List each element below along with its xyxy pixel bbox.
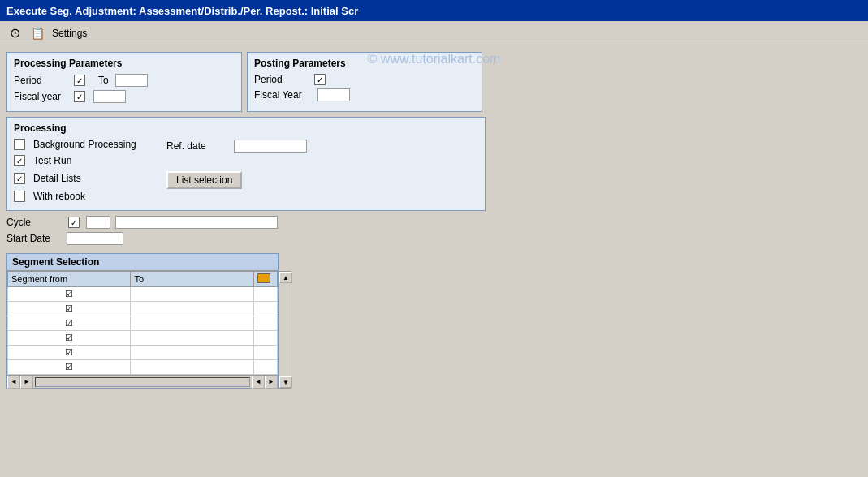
period-label: Period (14, 75, 71, 86)
test-run-label: Test Run (33, 155, 71, 166)
cycle-input-small[interactable] (86, 216, 110, 229)
col-segment-from: Segment from (8, 272, 131, 287)
scroll-down-btn[interactable]: ▼ (279, 376, 292, 388)
table-row: ☑ (8, 302, 278, 316)
segment-from-value-4[interactable] (131, 346, 253, 360)
scroll-up-btn[interactable]: ▲ (279, 272, 292, 283)
cycle-label: Cycle (6, 217, 63, 228)
table-row: ☑ (8, 346, 278, 360)
ref-date-label: Ref. date (166, 140, 206, 152)
segment-checkbox-5[interactable]: ☑ (8, 360, 131, 375)
with-rebook-label: With rebook (33, 191, 85, 202)
test-run-checkbox[interactable]: ✓ (14, 155, 25, 166)
table-row: ☑ (8, 331, 278, 346)
cycle-checkbox[interactable]: ✓ (68, 217, 80, 228)
segment-to-value-0[interactable] (253, 287, 277, 302)
cycle-input-large[interactable] (115, 216, 278, 229)
segment-from-value-2[interactable] (131, 316, 253, 331)
detail-lists-checkbox[interactable]: ✓ (14, 173, 25, 184)
processing-params-title: Processing Parameters (14, 58, 235, 69)
segment-to-value-1[interactable] (253, 302, 277, 316)
segment-from-value-0[interactable] (131, 287, 253, 302)
segment-from-value-1[interactable] (131, 302, 253, 316)
segment-to-value-2[interactable] (253, 316, 277, 331)
settings-label[interactable]: Settings (52, 28, 87, 39)
scroll-right2[interactable]: ► (265, 376, 278, 389)
toolbar: ⊙ 📋 Settings © www.tutorialkart.com (0, 21, 868, 45)
period-to-input[interactable] (115, 74, 148, 87)
vertical-scrollbar: ▲ ▼ (279, 271, 291, 389)
table-row: ☑ (8, 360, 278, 375)
posting-fiscal-year-input[interactable] (317, 88, 350, 101)
segment-from-value-3[interactable] (131, 331, 253, 346)
segment-from-value-5[interactable] (131, 360, 253, 375)
posting-params-title: Posting Parameters (254, 58, 475, 69)
to-label: To (98, 75, 109, 86)
posting-fiscal-year-label: Fiscal Year (254, 89, 311, 101)
background-processing-checkbox[interactable] (14, 139, 25, 150)
scroll-left-btn[interactable]: ◄ (7, 376, 20, 389)
segment-checkbox-4[interactable]: ☑ (8, 346, 131, 360)
background-processing-label: Background Processing (33, 139, 136, 150)
fiscal-year-input[interactable] (93, 90, 126, 103)
posting-params-section: Posting Parameters Period ✓ Fiscal Year (247, 52, 482, 112)
posting-period-checkbox[interactable]: ✓ (314, 74, 326, 85)
col-icon-header (253, 272, 277, 287)
segment-to-value-5[interactable] (253, 360, 277, 375)
segment-checkbox-2[interactable]: ☑ (8, 316, 131, 331)
title-bar: Execute Seg. Adjustment: Assessment/Dist… (0, 0, 868, 21)
start-date-label: Start Date (6, 233, 63, 244)
scroll-track (279, 283, 291, 376)
scroll-left2[interactable]: ◄ (252, 376, 265, 389)
posting-period-label: Period (254, 74, 311, 85)
detail-lists-label: Detail Lists (33, 173, 81, 184)
fiscal-year-label: Fiscal year (14, 91, 71, 102)
period-checkbox[interactable]: ✓ (74, 75, 85, 86)
fiscal-year-checkbox[interactable]: ✓ (74, 91, 85, 102)
table-row: ☑ (8, 316, 278, 331)
segment-checkbox-0[interactable]: ☑ (8, 287, 131, 302)
list-selection-button[interactable]: List selection (166, 171, 242, 189)
segment-checkbox-3[interactable]: ☑ (8, 331, 131, 346)
h-scroll-track[interactable] (35, 377, 250, 387)
segment-to-value-3[interactable] (253, 331, 277, 346)
segment-selection-title: Segment Selection (7, 254, 278, 271)
scroll-right-prev[interactable]: ► (20, 376, 33, 389)
segment-checkbox-1[interactable]: ☑ (8, 302, 131, 316)
processing-section: Processing Background Processing Ref. da… (6, 117, 486, 211)
horizontal-scrollbar-area: ◄ ► ◄ ► (7, 375, 278, 388)
table-icon (257, 273, 270, 283)
with-rebook-checkbox[interactable] (14, 191, 25, 202)
segment-table-container: Segment Selection Segment from To ☑ (6, 253, 279, 389)
processing-params-section: Processing Parameters Period ✓ To Fiscal… (6, 52, 242, 112)
title-text: Execute Seg. Adjustment: Assessment/Dist… (6, 5, 358, 17)
back-button[interactable]: ⊙ (6, 25, 23, 41)
start-date-input[interactable] (67, 232, 123, 245)
ref-date-input[interactable] (234, 140, 307, 153)
col-to: To (131, 272, 253, 287)
table-row: ☑ (8, 287, 278, 302)
processing-title: Processing (14, 122, 478, 134)
settings-icon: 📋 (29, 25, 45, 41)
segment-to-value-4[interactable] (253, 346, 277, 360)
